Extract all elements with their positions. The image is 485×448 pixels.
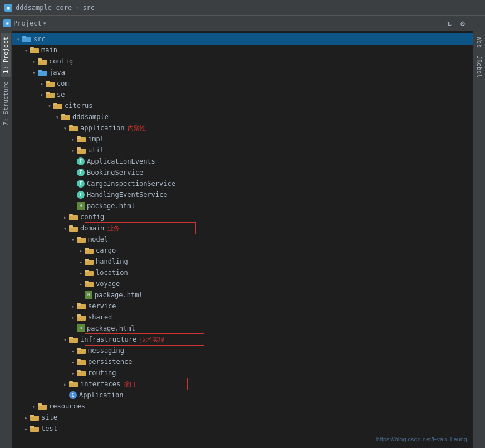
item-label: dddsample — [72, 113, 109, 121]
list-item[interactable]: site — [12, 412, 473, 423]
list-item[interactable]: util — [12, 145, 473, 156]
list-item[interactable]: H package.html — [12, 289, 473, 301]
list-item[interactable]: citerus — [12, 100, 473, 111]
svg-rect-23 — [69, 214, 73, 216]
arrow-icon — [69, 136, 77, 142]
folder-icon — [85, 280, 94, 288]
svg-rect-41 — [69, 337, 73, 339]
arrow-icon — [46, 103, 53, 109]
item-label: BookingService — [87, 169, 143, 176]
html-file-icon: H — [77, 324, 85, 332]
tab-project[interactable]: 1: Project — [1, 33, 11, 77]
svg-rect-9 — [46, 81, 50, 83]
list-item[interactable]: C Application — [12, 390, 473, 401]
item-label: shared — [88, 313, 112, 321]
list-item[interactable]: config — [12, 56, 473, 67]
project-dropdown[interactable]: Project ▾ — [13, 19, 47, 27]
toolbar: ▣ Project ▾ ⇅ ⚙ — — [0, 16, 485, 31]
arrow-icon — [30, 58, 38, 65]
arrow-icon — [77, 281, 85, 287]
svg-rect-33 — [85, 270, 89, 272]
tab-web[interactable]: Web — [474, 33, 484, 51]
item-label: service — [88, 302, 116, 310]
list-item[interactable]: service — [12, 301, 473, 312]
item-label: config — [80, 213, 104, 221]
item-label: HandlingEventService — [87, 191, 168, 199]
folder-icon — [38, 68, 47, 76]
list-item[interactable]: cargo — [12, 245, 473, 256]
list-item[interactable]: java — [12, 67, 473, 78]
list-item[interactable]: messaging — [12, 345, 473, 356]
arrow-icon — [22, 415, 30, 421]
list-item[interactable]: infrastructure 技术实现 — [12, 334, 473, 345]
tab-jrebel[interactable]: JRebel — [474, 52, 484, 81]
tab-structure[interactable]: 7: Structure — [1, 78, 11, 129]
arrow-icon — [38, 81, 46, 87]
java-interface-icon: I — [77, 157, 85, 165]
item-label: handling — [96, 258, 128, 265]
folder-icon — [77, 369, 86, 377]
list-item[interactable]: model — [12, 234, 473, 245]
svg-rect-35 — [85, 281, 89, 283]
sort-button[interactable]: ⇅ — [444, 18, 455, 29]
app-icon: ▣ — [4, 4, 12, 12]
list-item[interactable]: shared — [12, 312, 473, 323]
arrow-icon — [69, 147, 77, 154]
item-label: interfaces — [80, 380, 120, 388]
list-item[interactable]: resources — [12, 401, 473, 412]
list-item[interactable]: location — [12, 267, 473, 278]
list-item[interactable]: dddsample — [12, 111, 473, 122]
arrow-icon — [61, 225, 69, 232]
item-label: location — [96, 269, 128, 277]
folder-icon — [85, 269, 94, 277]
list-item[interactable]: se — [12, 89, 473, 100]
folder-icon — [53, 102, 62, 110]
list-item[interactable]: application 内聚性 — [12, 122, 473, 134]
settings-button[interactable]: ⚙ — [457, 18, 468, 29]
list-item[interactable]: test — [12, 423, 473, 434]
svg-rect-11 — [46, 92, 50, 94]
arrow-icon — [69, 370, 77, 376]
list-item[interactable]: main — [12, 45, 473, 56]
java-interface-icon: I — [77, 169, 85, 176]
file-tree[interactable]: src main config java — [12, 31, 473, 448]
list-item[interactable]: impl — [12, 134, 473, 145]
folder-icon — [85, 258, 94, 265]
item-label: src — [33, 35, 46, 43]
list-item[interactable]: I BookingService — [12, 167, 473, 178]
list-item[interactable]: domain 业务 — [12, 223, 473, 234]
svg-rect-31 — [85, 259, 89, 261]
arrow-icon — [38, 92, 46, 98]
list-item[interactable]: I ApplicationEvents — [12, 156, 473, 167]
arrow-icon — [77, 270, 85, 276]
minimize-button[interactable]: — — [471, 18, 482, 29]
svg-rect-37 — [77, 303, 81, 306]
list-item[interactable]: voyage — [12, 278, 473, 289]
folder-icon — [69, 213, 78, 221]
arrow-icon — [22, 426, 30, 432]
arrow-icon — [77, 248, 85, 254]
list-item[interactable]: handling — [12, 256, 473, 267]
item-label: routing — [88, 369, 116, 377]
list-item[interactable]: com — [12, 78, 473, 89]
svg-rect-13 — [53, 103, 57, 105]
arrow-icon — [22, 47, 30, 53]
html-file-icon: H — [77, 202, 85, 210]
arrow-icon — [61, 337, 69, 343]
list-item[interactable]: interfaces 接口 — [12, 378, 473, 390]
title-path: src — [82, 4, 95, 12]
folder-icon — [77, 135, 86, 143]
list-item[interactable]: H package.html — [12, 200, 473, 211]
left-tabs: 1: Project 7: Structure — [0, 31, 12, 448]
list-item[interactable]: persistence — [12, 356, 473, 367]
list-item[interactable]: config — [12, 211, 473, 223]
list-item[interactable]: H package.html — [12, 323, 473, 334]
list-item[interactable]: routing — [12, 367, 473, 378]
item-label: util — [88, 146, 104, 154]
list-item[interactable]: I HandlingEventService — [12, 189, 473, 200]
list-item[interactable]: I CargoInspectionService — [12, 178, 473, 189]
list-item[interactable]: src — [12, 33, 473, 45]
folder-icon — [77, 302, 86, 310]
java-class-icon: C — [69, 391, 77, 399]
arrow-icon — [61, 381, 69, 387]
